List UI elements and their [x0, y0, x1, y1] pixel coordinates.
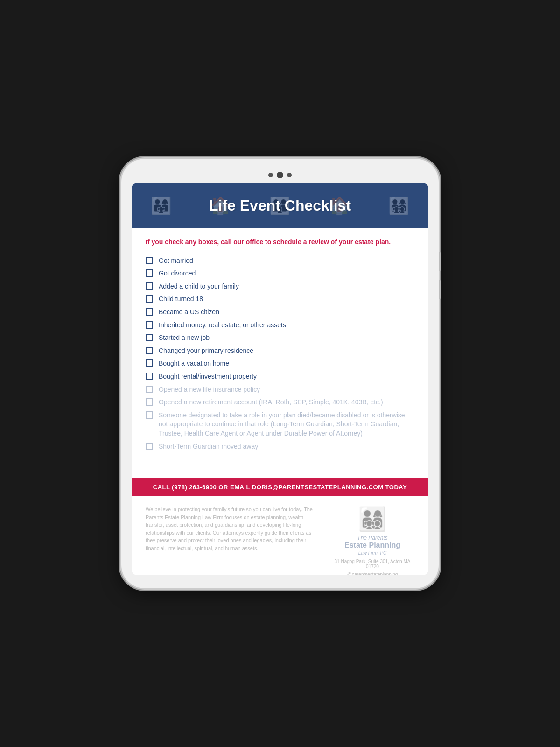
page-title: Life Event Checklist	[141, 197, 419, 214]
checklist-label-10: Opened a new life insurance policy	[159, 385, 260, 395]
camera-dot-2	[287, 173, 292, 177]
firm-name-sub: Law Firm, PC	[358, 550, 387, 556]
checklist-item: Someone designated to take a role in you…	[146, 411, 414, 438]
checkbox-10[interactable]	[146, 386, 153, 393]
checklist-label-1: Got divorced	[159, 269, 196, 278]
checklist-label-2: Added a child to your family	[159, 282, 239, 291]
cta-text: If you check any boxes, call our office …	[146, 238, 414, 247]
footer-logo-area: 👨‍👩‍👧‍👦 The Parents Estate Planning Law …	[330, 506, 414, 575]
header-banner: 👨‍👩‍👧 🏠 👨‍👩‍👦 🏠 👨‍👩‍👧‍👦 Life Event Check…	[132, 183, 428, 228]
main-content: If you check any boxes, call our office …	[132, 228, 428, 469]
checkbox-3[interactable]	[146, 295, 153, 303]
checkbox-11[interactable]	[146, 398, 153, 406]
checklist-label-9: Bought rental/investment property	[159, 372, 257, 381]
firm-logo-icon: 👨‍👩‍👧‍👦	[330, 506, 414, 533]
footer: We believe in protecting your family's f…	[132, 496, 428, 575]
checkbox-5[interactable]	[146, 321, 153, 329]
footer-social: @parentsestateplanning	[330, 572, 414, 575]
checklist-item: Opened a new life insurance policy	[146, 385, 414, 395]
checkbox-13[interactable]	[146, 443, 153, 450]
checkbox-4[interactable]	[146, 308, 153, 316]
tablet-screen: 👨‍👩‍👧 🏠 👨‍👩‍👦 🏠 👨‍👩‍👧‍👦 Life Event Check…	[132, 183, 428, 575]
checklist-label-4: Became a US citizen	[159, 308, 219, 317]
checklist-item: Inherited money, real estate, or other a…	[146, 321, 414, 330]
firm-name: The Parents Estate Planning Law Firm, PC	[330, 535, 414, 556]
camera-lens	[277, 172, 283, 178]
checkbox-0[interactable]	[146, 257, 153, 264]
checkbox-8[interactable]	[146, 359, 153, 367]
checklist-label-7: Changed your primary residence	[159, 346, 253, 356]
checklist-label-12: Someone designated to take a role in you…	[159, 411, 414, 438]
tablet-frame: 👨‍👩‍👧 🏠 👨‍👩‍👦 🏠 👨‍👩‍👧‍👦 Life Event Check…	[121, 159, 439, 588]
checklist-item: Became a US citizen	[146, 308, 414, 317]
checkbox-12[interactable]	[146, 411, 153, 419]
checklist-label-13: Short-Term Guardian moved away	[159, 442, 258, 451]
cta-banner: CALL (978) 263-6900 OR EMAIL DORIS@PAREN…	[132, 478, 428, 496]
checkbox-9[interactable]	[146, 373, 153, 380]
checklist-item: Child turned 18	[146, 295, 414, 304]
camera-dot-1	[268, 173, 273, 177]
firm-name-main: Estate Planning	[344, 541, 400, 549]
side-button-top	[439, 252, 441, 271]
checkbox-7[interactable]	[146, 347, 153, 354]
checklist-item: Bought rental/investment property	[146, 372, 414, 381]
side-button-bottom	[439, 280, 441, 299]
footer-address: 31 Nagog Park, Suite 301, Acton MA 01720	[330, 559, 414, 569]
checklist-item: Changed your primary residence	[146, 346, 414, 356]
camera-bar	[132, 172, 428, 178]
checklist-item: Started a new job	[146, 333, 414, 343]
checkbox-1[interactable]	[146, 269, 153, 277]
checklist-item: Short-Term Guardian moved away	[146, 442, 414, 451]
checklist-item: Got married	[146, 256, 414, 266]
checklist-item: Bought a vacation home	[146, 359, 414, 368]
firm-name-script: The Parents	[357, 535, 387, 541]
footer-grid: We believe in protecting your family's f…	[146, 506, 414, 575]
cta-banner-text: CALL (978) 263-6900 OR EMAIL DORIS@PAREN…	[141, 484, 419, 491]
checklist-item: Got divorced	[146, 269, 414, 278]
checklist-label-6: Started a new job	[159, 333, 210, 343]
checkbox-2[interactable]	[146, 282, 153, 290]
footer-description: We believe in protecting your family's f…	[146, 506, 321, 552]
checklist-item: Opened a new retirement account (IRA, Ro…	[146, 398, 414, 407]
checklist-item: Added a child to your family	[146, 282, 414, 291]
checklist-label-3: Child turned 18	[159, 295, 203, 304]
checkbox-6[interactable]	[146, 334, 153, 341]
checklist-label-8: Bought a vacation home	[159, 359, 229, 368]
checklist: Got marriedGot divorcedAdded a child to …	[146, 256, 414, 451]
checklist-label-0: Got married	[159, 256, 193, 266]
checklist-label-11: Opened a new retirement account (IRA, Ro…	[159, 398, 383, 407]
checklist-label-5: Inherited money, real estate, or other a…	[159, 321, 286, 330]
